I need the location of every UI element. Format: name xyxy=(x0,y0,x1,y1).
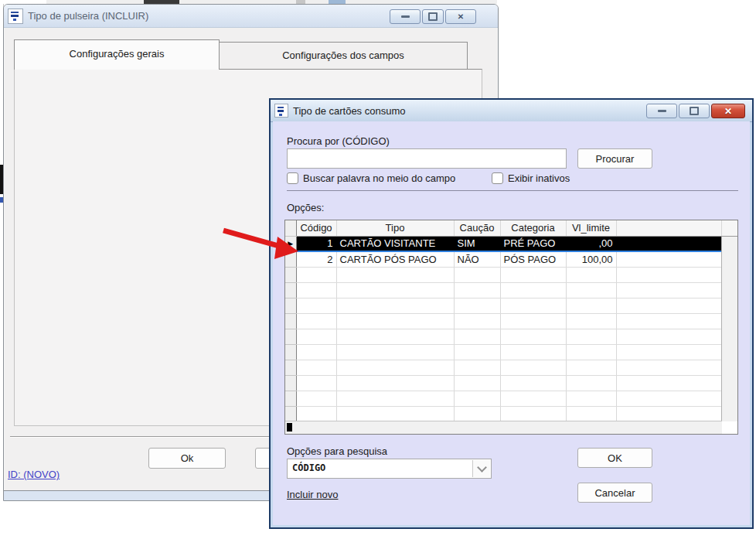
cell[interactable] xyxy=(454,406,500,421)
minimize-button[interactable] xyxy=(646,104,677,118)
table-row[interactable] xyxy=(285,360,722,375)
cell[interactable] xyxy=(566,298,616,313)
cell[interactable] xyxy=(566,406,616,421)
column-header[interactable]: Categoria xyxy=(500,220,566,236)
cell[interactable] xyxy=(336,282,454,298)
cell[interactable] xyxy=(296,391,336,406)
options-grid[interactable]: CódigoTipoCauçãoCategoriaVl_limite▶1CART… xyxy=(284,220,738,435)
cell[interactable] xyxy=(336,391,454,406)
cell[interactable] xyxy=(454,298,500,313)
cell[interactable] xyxy=(500,360,566,375)
cell[interactable] xyxy=(336,344,454,360)
row-selector-cell[interactable] xyxy=(285,329,296,344)
minimize-button[interactable] xyxy=(390,9,421,24)
table-row[interactable] xyxy=(285,313,722,329)
grid-hscrollbar[interactable] xyxy=(285,421,722,434)
table-row[interactable] xyxy=(285,267,722,282)
cell[interactable]: PRÉ PAGO xyxy=(500,236,566,251)
ok-button[interactable]: Ok xyxy=(148,448,226,469)
column-header[interactable]: Tipo xyxy=(336,220,454,236)
cell[interactable] xyxy=(566,267,616,282)
table-row[interactable] xyxy=(285,406,722,421)
table-row[interactable] xyxy=(285,375,722,391)
pesquisa-combobox[interactable]: CÓDIGO xyxy=(287,459,492,479)
cell[interactable] xyxy=(454,282,500,298)
cell[interactable] xyxy=(296,267,336,282)
cell[interactable] xyxy=(296,360,336,375)
cell[interactable] xyxy=(296,298,336,313)
cell[interactable] xyxy=(454,313,500,329)
cell[interactable] xyxy=(454,329,500,344)
cell[interactable] xyxy=(500,391,566,406)
restore-button[interactable] xyxy=(422,9,444,24)
cancelar-button[interactable]: Cancelar xyxy=(577,483,652,503)
cell[interactable] xyxy=(454,375,500,391)
cell[interactable] xyxy=(500,375,566,391)
cell[interactable] xyxy=(500,298,566,313)
row-selector-cell[interactable] xyxy=(285,313,296,329)
cell[interactable] xyxy=(566,375,616,391)
cell[interactable] xyxy=(566,282,616,298)
table-row[interactable] xyxy=(285,344,722,360)
cell[interactable]: ,00 xyxy=(566,236,616,251)
restore-button[interactable] xyxy=(679,104,710,118)
cell[interactable] xyxy=(296,282,336,298)
cell[interactable] xyxy=(566,313,616,329)
hscroll-thumb[interactable] xyxy=(287,423,292,432)
cell[interactable]: 100,00 xyxy=(566,251,616,267)
search-input[interactable] xyxy=(287,148,567,169)
cell[interactable] xyxy=(500,267,566,282)
cell[interactable] xyxy=(566,360,616,375)
row-selector-cell[interactable] xyxy=(285,406,296,421)
cell[interactable] xyxy=(566,329,616,344)
cell[interactable]: CARTÃO PÓS PAGO xyxy=(336,251,454,267)
row-selector-cell[interactable] xyxy=(285,298,296,313)
grid-vscrollbar[interactable] xyxy=(721,237,737,421)
row-selector-cell[interactable] xyxy=(285,391,296,406)
id-novo-link[interactable]: ID: (NOVO) xyxy=(8,469,60,480)
cell[interactable] xyxy=(336,360,454,375)
cell[interactable] xyxy=(500,344,566,360)
tab-configuracoes-gerais[interactable]: Configurações gerais xyxy=(14,39,220,70)
column-header[interactable]: Código xyxy=(296,220,336,236)
column-header[interactable]: Caução xyxy=(454,220,500,236)
cell[interactable] xyxy=(454,391,500,406)
cell[interactable] xyxy=(336,406,454,421)
table-row[interactable] xyxy=(285,298,722,313)
cell[interactable] xyxy=(454,344,500,360)
combobox-drop-button[interactable] xyxy=(472,460,490,477)
row-selector-cell[interactable] xyxy=(285,375,296,391)
cell[interactable]: NÃO xyxy=(454,251,500,267)
cell[interactable]: CARTÃO VISITANTE xyxy=(336,236,454,251)
table-row[interactable] xyxy=(285,329,722,344)
cell[interactable] xyxy=(336,329,454,344)
cell[interactable] xyxy=(454,267,500,282)
cell[interactable]: PÓS PAGO xyxy=(500,251,566,267)
exibir-inativos-checkbox[interactable] xyxy=(492,172,503,184)
cell[interactable] xyxy=(296,313,336,329)
cell[interactable] xyxy=(296,329,336,344)
cell[interactable] xyxy=(566,344,616,360)
cell[interactable] xyxy=(336,375,454,391)
row-selector-cell[interactable] xyxy=(285,344,296,360)
row-selector-cell[interactable] xyxy=(285,251,296,267)
table-row[interactable] xyxy=(285,282,722,298)
column-header[interactable]: Vl_limite xyxy=(566,220,616,236)
cell[interactable] xyxy=(454,360,500,375)
close-button[interactable]: ✕ xyxy=(711,104,745,118)
table-row[interactable]: 2CARTÃO PÓS PAGONÃOPÓS PAGO100,00 xyxy=(285,251,722,267)
cell[interactable] xyxy=(296,406,336,421)
buscar-meio-checkbox[interactable] xyxy=(287,172,298,184)
row-selector-cell[interactable]: ▶ xyxy=(285,236,296,251)
cell[interactable] xyxy=(336,298,454,313)
cell[interactable]: SIM xyxy=(454,236,500,251)
cell[interactable]: 1 xyxy=(296,236,336,251)
table-row[interactable] xyxy=(285,391,722,406)
cell[interactable] xyxy=(296,344,336,360)
row-selector-cell[interactable] xyxy=(285,360,296,375)
incluir-novo-link[interactable]: Incluir novo xyxy=(287,489,338,500)
cell[interactable] xyxy=(296,375,336,391)
cell[interactable] xyxy=(500,406,566,421)
row-selector-cell[interactable] xyxy=(285,282,296,298)
table-row[interactable]: ▶1CARTÃO VISITANTESIMPRÉ PAGO,00 xyxy=(285,236,722,251)
